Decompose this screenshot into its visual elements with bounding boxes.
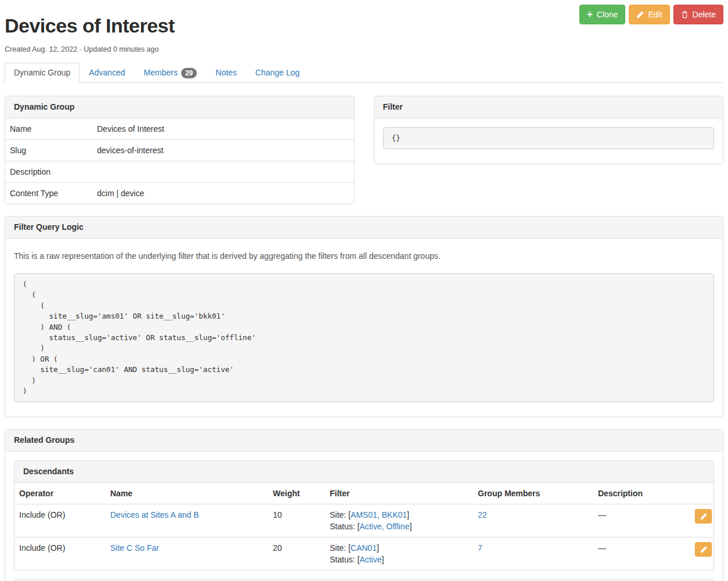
filter-cell: Site: [CAN01]Status: [Active] — [325, 537, 473, 571]
filter-line: Site: [CAN01] — [330, 542, 468, 554]
tab-dynamic-group[interactable]: Dynamic Group — [5, 63, 80, 83]
site-filter-link[interactable]: CAN01 — [351, 543, 377, 553]
attr-label: Description — [5, 161, 92, 183]
name-cell: Site C So Far — [106, 537, 268, 571]
attr-value: Devices of Interest — [92, 118, 354, 140]
tabs: Dynamic GroupAdvancedMembers29NotesChang… — [5, 63, 723, 83]
site-filter-link[interactable]: AMS01 — [351, 510, 377, 519]
filter-panel: Filter {} — [374, 96, 724, 164]
row-edit-button[interactable] — [695, 542, 712, 557]
column-header-operator: Operator — [15, 483, 106, 504]
filter-line: Site: [AMS01, BKK01] — [330, 509, 468, 521]
descendant-row: Include (OR)Devices at Sites A and B10Si… — [15, 504, 713, 537]
tab-label: Advanced — [89, 67, 125, 78]
page-action-buttons: + Clone Edit Delete — [579, 5, 723, 24]
row-edit-button[interactable] — [695, 509, 712, 524]
plus-icon: + — [587, 10, 593, 19]
clone-button[interactable]: + Clone — [579, 5, 626, 24]
group-members-cell: 22 — [473, 504, 593, 537]
filter-line: Status: [Active, Offline] — [330, 521, 468, 532]
name-cell: Devices at Sites A and B — [106, 504, 268, 537]
attr-label: Content Type — [5, 183, 92, 204]
related-groups-title: Related Groups — [5, 430, 723, 452]
tab-advanced[interactable]: Advanced — [80, 63, 134, 83]
descendant-row: Include (OR)Site C So Far20Site: [CAN01]… — [15, 537, 713, 571]
weight-cell: 20 — [268, 537, 325, 571]
filter-query-logic-code: ( ( ( site__slug='ams01' OR site__slug='… — [14, 273, 714, 402]
descendants-title: Descendants — [15, 461, 713, 483]
column-header-filter: Filter — [325, 483, 473, 504]
tab-change-log[interactable]: Change Log — [246, 63, 309, 83]
actions-cell — [690, 504, 713, 537]
actions-cell — [690, 537, 713, 571]
group-members-cell: 7 — [473, 537, 593, 571]
tab-notes[interactable]: Notes — [206, 63, 246, 83]
weight-cell: 10 — [268, 504, 325, 537]
filter-value-separator: , — [377, 510, 382, 519]
delete-button[interactable]: Delete — [673, 5, 723, 24]
dynamic-group-panel: Dynamic Group NameDevices of InterestSlu… — [5, 96, 355, 204]
created-updated-meta: Created Aug. 12, 2022 · Updated 0 minute… — [5, 45, 723, 53]
site-filter-link[interactable]: BKK01 — [382, 510, 408, 519]
tab-label: Change Log — [255, 67, 300, 78]
filter-query-logic-title: Filter Query Logic — [5, 216, 723, 239]
descendants-table: OperatorNameWeightFilterGroup MembersDes… — [15, 483, 713, 570]
tab-label: Dynamic Group — [14, 67, 70, 78]
status-filter-link[interactable]: Active — [359, 555, 381, 564]
status-filter-link[interactable]: Offline — [386, 522, 409, 531]
attr-row-slug: Slugdevices-of-interest — [5, 140, 354, 161]
attr-row-name: NameDevices of Interest — [5, 118, 354, 140]
top-panels-row: Dynamic Group NameDevices of InterestSlu… — [5, 96, 723, 204]
member-count-link[interactable]: 22 — [478, 510, 487, 519]
group-name-link[interactable]: Devices at Sites A and B — [110, 510, 199, 519]
column-header-actions — [690, 483, 713, 504]
filter-query-logic-description: This is a raw representation of the unde… — [14, 250, 714, 262]
tab-label: Notes — [215, 67, 237, 78]
attr-value: dcim | device — [92, 183, 354, 204]
members-count-badge: 29 — [181, 68, 197, 78]
description-cell: — — [593, 504, 690, 537]
description-cell: — — [593, 537, 690, 571]
column-header-group-members: Group Members — [473, 483, 593, 504]
edit-button-label: Edit — [648, 9, 662, 20]
attr-row-description: Description — [5, 161, 354, 183]
descendants-panel: Descendants OperatorNameWeightFilterGrou… — [14, 460, 714, 571]
filter-query-logic-panel: Filter Query Logic This is a raw represe… — [5, 216, 723, 417]
clone-button-label: Clone — [597, 9, 618, 20]
attr-value: devices-of-interest — [92, 140, 354, 161]
attr-value — [92, 161, 354, 183]
pencil-icon — [636, 11, 644, 19]
group-name-link[interactable]: Site C So Far — [110, 543, 159, 553]
operator-cell: Include (OR) — [15, 537, 106, 571]
column-header-description: Description — [593, 483, 690, 504]
dynamic-group-panel-title: Dynamic Group — [5, 96, 354, 118]
dynamic-group-attr-table: NameDevices of InterestSlugdevices-of-in… — [5, 118, 354, 204]
filter-line: Status: [Active] — [330, 554, 468, 565]
filter-cell: Site: [AMS01, BKK01]Status: [Active, Off… — [325, 504, 473, 537]
column-header-name: Name — [106, 483, 268, 504]
member-count-link[interactable]: 7 — [478, 543, 482, 553]
descendants-rows: Include (OR)Devices at Sites A and B10Si… — [15, 504, 713, 571]
attr-label: Name — [5, 118, 92, 140]
pencil-icon — [700, 546, 707, 553]
tab-members[interactable]: Members29 — [135, 63, 207, 83]
status-filter-link[interactable]: Active — [359, 522, 381, 531]
tab-label: Members — [144, 67, 178, 78]
filter-panel-title: Filter — [374, 96, 723, 118]
operator-cell: Include (OR) — [15, 504, 106, 537]
trash-icon — [681, 11, 689, 19]
column-header-weight: Weight — [268, 483, 325, 504]
related-groups-panel: Related Groups Descendants OperatorNameW… — [5, 429, 723, 581]
dynamic-group-attr-rows: NameDevices of InterestSlugdevices-of-in… — [5, 118, 354, 204]
attr-label: Slug — [5, 140, 92, 161]
pencil-icon — [700, 513, 707, 520]
attr-row-content-type: Content Typedcim | device — [5, 183, 354, 204]
edit-button[interactable]: Edit — [629, 5, 669, 24]
filter-code-block: {} — [383, 127, 715, 149]
descendants-header-row: OperatorNameWeightFilterGroup MembersDes… — [15, 483, 713, 504]
delete-button-label: Delete — [693, 9, 716, 20]
